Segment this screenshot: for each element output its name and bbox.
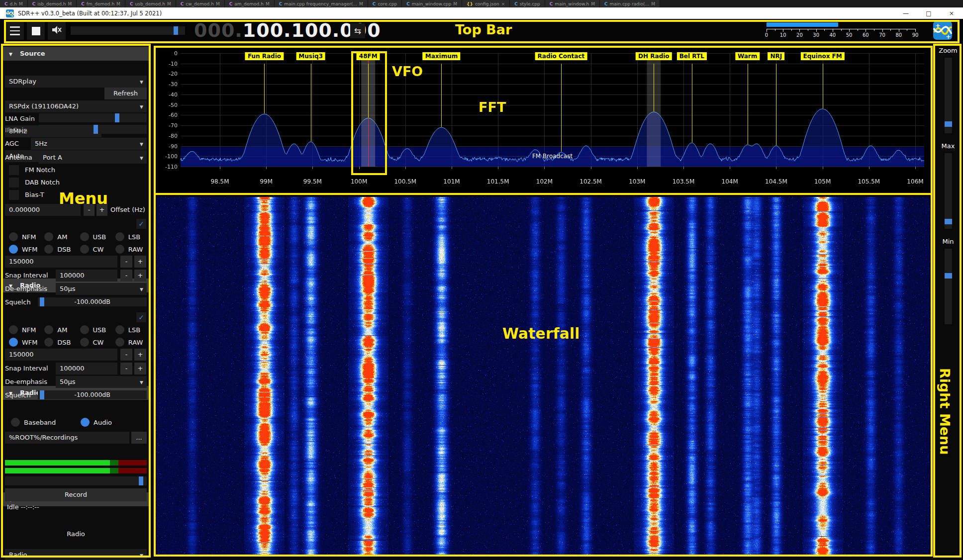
volume-slider-handle[interactable] bbox=[174, 26, 178, 35]
recorder-volume-handle[interactable] bbox=[139, 476, 143, 485]
station-bookmark[interactable]: NRJ bbox=[768, 52, 785, 60]
mode-usb[interactable]: USB bbox=[76, 231, 111, 242]
snap-minus-button[interactable]: - bbox=[120, 363, 132, 374]
editor-tab[interactable]: Ccore.cpp bbox=[368, 0, 402, 7]
bw-plus-button[interactable]: + bbox=[134, 349, 146, 361]
mode-usb[interactable]: USB bbox=[76, 324, 111, 335]
editor-tab[interactable]: Cstyle.cpp bbox=[510, 0, 545, 7]
max-slider-handle[interactable] bbox=[945, 219, 952, 224]
if-gain-slider[interactable] bbox=[39, 125, 147, 134]
editor-tab[interactable]: Cisb_demod.hM bbox=[28, 0, 77, 7]
antenna-select[interactable]: Port A bbox=[39, 152, 147, 164]
volume-slider[interactable] bbox=[71, 26, 185, 35]
mode-am[interactable]: AM bbox=[40, 231, 76, 242]
recorder-volume-slider[interactable] bbox=[5, 476, 147, 485]
radio2-bandwidth-input[interactable]: 150000 bbox=[5, 349, 117, 361]
browse-button[interactable]: ... bbox=[131, 432, 147, 444]
station-bookmark[interactable]: 48FM bbox=[357, 52, 380, 60]
offset-plus-button[interactable]: + bbox=[96, 204, 107, 216]
min-slider-handle[interactable] bbox=[945, 273, 952, 279]
recorder-mode-audio[interactable]: Audio bbox=[77, 418, 112, 427]
radio2-enabled-checkbox[interactable]: ✓ bbox=[136, 312, 146, 322]
mode-wfm[interactable]: WFM bbox=[5, 244, 40, 255]
mode-cw[interactable]: CW bbox=[76, 244, 111, 255]
station-bookmark[interactable]: DH Radio bbox=[636, 52, 672, 60]
editor-tab[interactable]: Cmain_window.hM bbox=[545, 0, 600, 7]
if-gain-handle[interactable] bbox=[94, 125, 98, 134]
station-bookmark[interactable]: Bel RTL bbox=[677, 52, 707, 60]
snap-minus-button[interactable]: - bbox=[120, 270, 132, 281]
deemphasis-select[interactable]: 50µs bbox=[56, 376, 147, 388]
minimize-button[interactable]: — bbox=[894, 7, 917, 19]
mode-raw[interactable]: RAW bbox=[111, 244, 147, 255]
source-driver-select[interactable]: SDRplay bbox=[5, 76, 147, 88]
record-button[interactable]: Record bbox=[5, 488, 147, 501]
editor-tab[interactable]: Cmain_window.cppM bbox=[402, 0, 462, 7]
refresh-button[interactable]: Refresh bbox=[104, 88, 147, 99]
station-bookmark[interactable]: Warm bbox=[735, 52, 760, 60]
snap-plus-button[interactable]: + bbox=[134, 363, 146, 374]
tab-close-icon[interactable]: × bbox=[501, 1, 505, 6]
waterfall-display[interactable] bbox=[155, 197, 931, 555]
recording-path-input[interactable]: %ROOT%/Recordings bbox=[5, 432, 129, 444]
lna-gain-handle[interactable] bbox=[115, 113, 119, 122]
mode-raw[interactable]: RAW bbox=[111, 337, 147, 348]
offset-input[interactable]: 0.000000 bbox=[5, 204, 81, 216]
editor-tab[interactable]: Cd.hM bbox=[0, 0, 28, 7]
recorder-stream-select[interactable]: Radio bbox=[5, 549, 147, 560]
station-bookmark[interactable]: Radio Contact bbox=[535, 52, 587, 60]
stop-button[interactable] bbox=[27, 22, 45, 40]
station-bookmark[interactable]: Musiq3 bbox=[296, 52, 325, 60]
radio-enabled-checkbox[interactable]: ✓ bbox=[136, 219, 146, 229]
zoom-slider-handle[interactable] bbox=[945, 121, 952, 127]
mode-lsb[interactable]: LSB bbox=[111, 324, 147, 335]
close-button[interactable]: × bbox=[940, 7, 963, 19]
dab-notch-checkbox[interactable] bbox=[9, 178, 19, 187]
squelch-slider[interactable]: -100.000dB bbox=[38, 390, 147, 399]
bw-minus-button[interactable]: - bbox=[120, 256, 132, 268]
menu-button[interactable] bbox=[6, 22, 24, 40]
lna-gain-slider[interactable] bbox=[39, 113, 147, 122]
source-section-header[interactable]: Source bbox=[3, 47, 149, 61]
agc-select[interactable]: 5Hz bbox=[31, 138, 147, 150]
deemphasis-select[interactable]: 50µs bbox=[56, 283, 147, 295]
fft-display[interactable] bbox=[155, 48, 931, 194]
fm-notch-checkbox[interactable] bbox=[9, 165, 19, 175]
snap-plus-button[interactable]: + bbox=[134, 270, 146, 281]
editor-tab[interactable]: Cmain.cpp radio(...M bbox=[600, 0, 660, 7]
mode-dsb[interactable]: DSB bbox=[40, 337, 76, 348]
editor-tab[interactable]: Cfm_demod.hM bbox=[77, 0, 125, 7]
offset-minus-button[interactable]: - bbox=[84, 204, 95, 216]
radio-mode-row-1: NFM AM USB LSB bbox=[5, 231, 147, 242]
bw-minus-button[interactable]: - bbox=[120, 349, 132, 361]
mode-wfm[interactable]: WFM bbox=[5, 337, 40, 348]
editor-tab[interactable]: Cusb_demod.hM bbox=[125, 0, 176, 7]
squelch-slider[interactable]: -100.000dB bbox=[38, 297, 147, 306]
snap-interval-input[interactable]: 100000 bbox=[56, 270, 117, 281]
mode-cw[interactable]: CW bbox=[76, 337, 111, 348]
mode-nfm[interactable]: NFM bbox=[5, 324, 40, 335]
editor-tab[interactable]: Cmain.cpp frequency_manager(...M bbox=[275, 0, 368, 7]
zoom-slider[interactable] bbox=[945, 58, 952, 133]
bias-t-checkbox[interactable] bbox=[9, 190, 19, 200]
mode-dsb[interactable]: DSB bbox=[40, 244, 76, 255]
min-slider[interactable] bbox=[945, 249, 952, 324]
editor-tab[interactable]: Cam_demod.hM bbox=[225, 0, 275, 7]
mode-lsb[interactable]: LSB bbox=[111, 231, 147, 242]
station-bookmark[interactable]: Fun Radio bbox=[245, 52, 284, 60]
max-slider[interactable] bbox=[945, 153, 952, 229]
editor-tab[interactable]: {}config.json× bbox=[462, 0, 510, 7]
station-bookmark[interactable]: Equinox FM bbox=[800, 52, 844, 60]
snap-interval-input[interactable]: 100000 bbox=[56, 363, 117, 374]
bw-plus-button[interactable]: + bbox=[134, 256, 146, 268]
editor-tab[interactable]: Ccw_demod.hM bbox=[176, 0, 225, 7]
maximize-button[interactable]: □ bbox=[917, 7, 940, 19]
recorder-mode-baseband[interactable]: Baseband bbox=[7, 418, 56, 427]
tuning-mode-button[interactable]: ⇆ bbox=[350, 23, 365, 38]
station-bookmark[interactable]: Maximum bbox=[423, 52, 460, 60]
mute-button[interactable] bbox=[48, 22, 66, 40]
radio-bandwidth-input[interactable]: 150000 bbox=[5, 256, 117, 268]
mode-nfm[interactable]: NFM bbox=[5, 231, 40, 242]
mode-am[interactable]: AM bbox=[40, 324, 76, 335]
source-device-select[interactable]: RSPdx (191106DA42) bbox=[5, 100, 147, 112]
